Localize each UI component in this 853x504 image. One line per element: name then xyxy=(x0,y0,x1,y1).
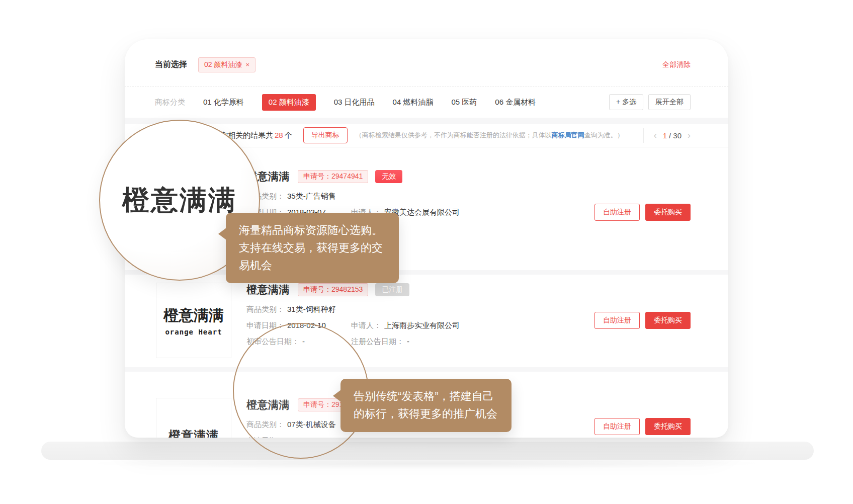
clear-all-button[interactable]: 全部清除 xyxy=(662,60,691,69)
results-disclaimer: （商标检索结果仅供参考，不作为商标能否注册的法律依据；具体以商标局官网查询为准。… xyxy=(356,131,624,140)
category-bar: 商标分类 01 化学原料 02 颜料油漆 03 日化用品 04 燃料油脂 05 … xyxy=(125,87,728,118)
category-item-06[interactable]: 06 金属材料 xyxy=(495,98,536,107)
application-number-label: 申请号： xyxy=(303,172,331,180)
status-badge: 已注册 xyxy=(375,283,409,296)
trademark-image: 橙意满满 xyxy=(156,398,231,438)
export-trademarks-button[interactable]: 导出商标 xyxy=(303,127,348,143)
row-actions: 自助注册 委托购买 xyxy=(594,312,691,329)
category-bar-label: 商标分类 xyxy=(155,98,185,107)
disclaimer-post: 查询为准。） xyxy=(584,131,624,139)
status-badge: 无效 xyxy=(375,170,402,183)
self-register-button[interactable]: 自助注册 xyxy=(594,418,640,435)
self-register-button[interactable]: 自助注册 xyxy=(594,312,640,329)
callout-tooltip-promotion: 告别传统“发表格”，搭建自己的标行，获得更多的推广机会 xyxy=(340,379,511,432)
row-actions: 自助注册 委托购买 xyxy=(594,204,691,221)
trademark-image-subtext: orange Heart xyxy=(165,328,222,336)
row-actions: 自助注册 委托购买 xyxy=(594,418,691,435)
application-number-value: 29482153 xyxy=(331,285,363,293)
category-item-05[interactable]: 05 医药 xyxy=(451,98,477,107)
field-value: 35类-广告销售 xyxy=(287,192,336,201)
field-label: 注册公告日期： xyxy=(351,337,404,347)
trademark-office-link[interactable]: 商标局官网 xyxy=(552,131,584,139)
page-separator: / xyxy=(669,131,671,140)
callout-tooltip-marketplace: 海量精品商标资源随心选购。支持在线交易，获得更多的交易机会 xyxy=(226,213,399,283)
field-line: 商品类别：31类-饲料种籽 xyxy=(246,305,581,314)
category-item-03[interactable]: 03 日化用品 xyxy=(334,98,375,107)
category-item-02-active[interactable]: 02 颜料油漆 xyxy=(262,94,316,111)
entrust-purchase-button[interactable]: 委托购买 xyxy=(645,418,691,435)
selected-filter-tag[interactable]: 02 颜料油漆 × xyxy=(198,57,255,72)
self-register-button[interactable]: 自助注册 xyxy=(594,204,640,221)
filter-bar: 当前选择 02 颜料油漆 × 全部清除 xyxy=(125,39,728,87)
field-value: 31类-饲料种籽 xyxy=(287,305,336,314)
section-divider xyxy=(125,118,728,124)
trademark-image-text: 橙意满满 xyxy=(168,428,219,438)
magnified-trademark-text: 橙意满满 xyxy=(122,182,237,219)
prev-page-icon[interactable]: ‹ xyxy=(654,131,657,140)
field-line: 商品类别：35类-广告销售 xyxy=(246,192,581,201)
application-number-tag: 申请号：29474941 xyxy=(298,170,368,183)
application-number-tag: 申请号：29482153 xyxy=(298,283,368,296)
trademark-row: 橙意满满 orange Heart 橙意满满 申请号：29482153 已注册 … xyxy=(125,275,728,367)
disclaimer-pre: （商标检索结果仅供参考，不作为商标能否注册的法律依据；具体以 xyxy=(356,131,552,139)
category-item-04[interactable]: 04 燃料油脂 xyxy=(393,98,434,107)
current-page: 1 xyxy=(663,131,667,140)
results-count: 28 xyxy=(273,131,285,139)
application-number-label: 申请号： xyxy=(303,285,331,293)
trademark-title-line: 橙意满满 申请号：29482153 已注册 xyxy=(246,283,581,297)
remove-filter-icon[interactable]: × xyxy=(245,61,249,68)
category-item-01[interactable]: 01 化学原料 xyxy=(203,98,244,107)
results-summary-unit: 个 xyxy=(285,131,292,139)
trademark-image-text: 橙意满满 xyxy=(163,305,224,326)
total-pages: 30 xyxy=(673,131,681,140)
trademark-image: 橙意满满 orange Heart xyxy=(156,283,231,358)
next-page-icon[interactable]: › xyxy=(688,131,691,140)
trademark-title-line: 橙意满满 申请号：29474941 无效 xyxy=(246,170,581,184)
entrust-purchase-button[interactable]: 委托购买 xyxy=(645,312,691,329)
field-value: - xyxy=(407,337,409,347)
current-selection-label: 当前选择 xyxy=(155,59,187,70)
category-bar-actions: + 多选 展开全部 xyxy=(609,94,691,110)
expand-all-button[interactable]: 展开全部 xyxy=(648,94,691,110)
row-divider xyxy=(125,367,728,372)
laptop-base xyxy=(41,442,814,460)
field-pair: 注册公告日期：- xyxy=(351,337,409,347)
selected-filter-tag-label: 02 颜料油漆 xyxy=(204,60,242,69)
field-label: 商品类别： xyxy=(246,305,284,314)
field-pair: 申请人：上海雨步实业有限公司 xyxy=(351,321,460,330)
trademark-name: 橙意满满 xyxy=(246,283,290,297)
pagination: ‹ 1/ 30 › xyxy=(643,128,691,143)
page-indicator: 1/ 30 xyxy=(663,131,681,140)
page: 当前选择 02 颜料油漆 × 全部清除 商标分类 01 化学原料 02 颜料油漆… xyxy=(0,0,853,504)
multi-select-button[interactable]: + 多选 xyxy=(609,94,643,110)
entrust-purchase-button[interactable]: 委托购买 xyxy=(645,204,691,221)
field-pair: 商品类别：31类-饲料种籽 xyxy=(246,305,336,314)
field-label: 申请人： xyxy=(351,321,381,330)
field-value: 上海雨步实业有限公司 xyxy=(384,321,460,330)
application-number-value: 29474941 xyxy=(331,172,363,180)
